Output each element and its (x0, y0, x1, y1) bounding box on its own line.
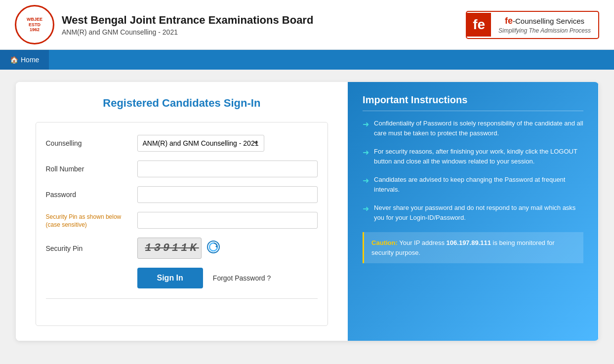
home-nav-label: Home (21, 56, 39, 64)
arrow-icon-2: ➜ (363, 148, 369, 157)
button-row: Sign In Forgot Password ? (46, 268, 318, 288)
captcha-area: 13911K (137, 238, 220, 259)
org-subtitle: ANM(R) and GNM Counselling - 2021 (62, 28, 313, 36)
brand-text: fe-Counselling Services Simplifying The … (491, 12, 598, 38)
instruction-text-1: Confidentiality of Password is solely re… (374, 119, 583, 138)
sign-in-button[interactable]: Sign In (137, 268, 203, 288)
counselling-label: Counselling (46, 139, 137, 147)
security-pin-label-row: Security Pin as shown below (case sensit… (46, 212, 318, 229)
security-pin-label: Security Pin (46, 244, 137, 252)
instruction-text-2: For security reasons, after finishing yo… (374, 147, 583, 166)
instruction-item-1: ➜ Confidentiality of Password is solely … (363, 119, 583, 138)
form-wrapper: Counselling ANM(R) and GNM Counselling -… (36, 122, 328, 326)
form-footer (46, 298, 318, 313)
instruction-item-4: ➜ Never share your password and do not r… (363, 203, 583, 222)
caution-box: Caution: Your IP address 106.197.89.111 … (363, 232, 583, 263)
instruction-item-3: ➜ Candidates are advised to keep changin… (363, 175, 583, 194)
instructions-panel: Important Instructions ➜ Confidentiality… (348, 82, 598, 341)
captcha-image: 13911K (137, 238, 202, 259)
counselling-select[interactable]: ANM(R) and GNM Counselling - 2021 (137, 135, 264, 152)
brand-simplify: Simplifying The Admission Process (498, 27, 591, 34)
roll-number-input[interactable] (137, 161, 318, 177)
brand-services: -Counselling Services (513, 17, 584, 25)
ip-address: 106.197.89.111 (447, 239, 491, 246)
sign-in-panel: Registered Candidates Sign-In Counsellin… (16, 82, 348, 341)
instructions-title: Important Instructions (363, 94, 583, 111)
arrow-icon-3: ➜ (363, 176, 369, 185)
sign-in-title: Registered Candidates Sign-In (36, 97, 328, 110)
password-label: Password (46, 191, 137, 199)
header-left: WBJEEESTD1962 West Bengal Joint Entrance… (15, 5, 313, 44)
wbjee-logo: WBJEEESTD1962 (15, 5, 54, 44)
caution-word: Caution: (371, 239, 398, 246)
brand-counselling-text: fe-Counselling Services (498, 16, 591, 26)
password-row: Password (46, 186, 318, 203)
captcha-refresh-button[interactable] (206, 240, 220, 257)
navbar: 🏠 Home (0, 50, 614, 70)
brand-name: fe (505, 16, 513, 26)
case-sensitive-note: (case sensitive) (46, 221, 87, 228)
security-pin-main-label: Security Pin as shown below (case sensit… (46, 212, 137, 228)
instruction-text-3: Candidates are advised to keep changing … (374, 175, 583, 194)
main-content: Registered Candidates Sign-In Counsellin… (0, 70, 614, 353)
brand-icon: fe (467, 13, 491, 37)
security-pin-input[interactable] (137, 212, 318, 229)
caution-text-1: Your IP address (399, 239, 446, 246)
counselling-select-wrapper[interactable]: ANM(R) and GNM Counselling - 2021 (137, 135, 318, 152)
arrow-icon-4: ➜ (363, 204, 369, 213)
counselling-row: Counselling ANM(R) and GNM Counselling -… (46, 135, 318, 152)
refresh-icon (206, 240, 220, 254)
roll-number-row: Roll Number (46, 161, 318, 177)
instruction-item-2: ➜ For security reasons, after finishing … (363, 147, 583, 166)
roll-number-label: Roll Number (46, 165, 137, 173)
brand-logo: fe fe-Counselling Services Simplifying T… (466, 11, 599, 39)
org-title: West Bengal Joint Entrance Examinations … (62, 14, 313, 27)
captcha-row: Security Pin 13911K (46, 238, 318, 259)
arrow-icon-1: ➜ (363, 120, 369, 129)
home-icon: 🏠 (10, 56, 18, 64)
password-input[interactable] (137, 186, 318, 203)
home-nav-link[interactable]: 🏠 Home (0, 50, 49, 70)
instruction-text-4: Never share your password and do not res… (374, 203, 583, 222)
header-title-block: West Bengal Joint Entrance Examinations … (62, 14, 313, 36)
forgot-password-link[interactable]: Forgot Password ? (213, 274, 271, 282)
main-card: Registered Candidates Sign-In Counsellin… (16, 82, 599, 341)
svg-marker-1 (215, 245, 217, 248)
page-header: WBJEEESTD1962 West Bengal Joint Entrance… (0, 0, 614, 50)
